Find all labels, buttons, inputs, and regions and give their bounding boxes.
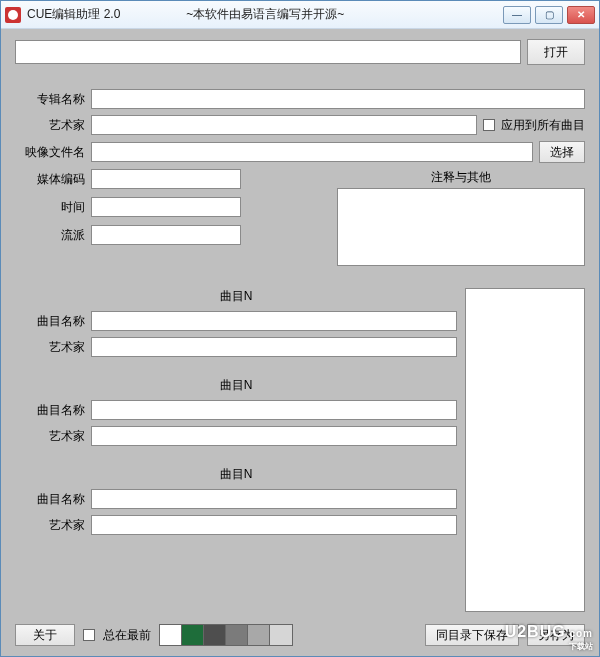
swatch[interactable] <box>204 625 226 645</box>
about-button[interactable]: 关于 <box>15 624 75 646</box>
notes-textarea[interactable] <box>337 188 585 266</box>
media-enc-label: 媒体编码 <box>15 171 85 188</box>
app-window: CUE编辑助理 2.0 ~本软件由易语言编写并开源~ — ▢ ✕ 打开 专辑名称… <box>0 0 600 657</box>
track-block: 曲目N 曲目名称 艺术家 <box>15 288 457 357</box>
genre-input[interactable] <box>91 225 241 245</box>
track-name-label: 曲目名称 <box>15 491 85 508</box>
notes-label: 注释与其他 <box>337 169 585 186</box>
app-icon <box>5 7 21 23</box>
track-header: 曲目N <box>15 466 457 483</box>
always-on-top-checkbox[interactable] <box>83 629 95 641</box>
save-same-dir-button[interactable]: 同目录下保存 <box>425 624 519 646</box>
time-label: 时间 <box>15 199 85 216</box>
artist-label: 艺术家 <box>15 117 85 134</box>
minimize-button[interactable]: — <box>503 6 531 24</box>
image-file-row: 映像文件名 选择 <box>15 141 585 163</box>
track-artist-input[interactable] <box>91 337 457 357</box>
bottom-bar: 关于 总在最前 同目录下保存 另存为 <box>15 618 585 648</box>
track-name-input[interactable] <box>91 489 457 509</box>
genre-label: 流派 <box>15 227 85 244</box>
track-name-label: 曲目名称 <box>15 402 85 419</box>
swatch[interactable] <box>270 625 292 645</box>
window-subtitle: ~本软件由易语言编写并开源~ <box>186 6 344 23</box>
window-title: CUE编辑助理 2.0 <box>27 6 120 23</box>
track-name-label: 曲目名称 <box>15 313 85 330</box>
swatch[interactable] <box>226 625 248 645</box>
file-path-input[interactable] <box>15 40 521 64</box>
track-header: 曲目N <box>15 377 457 394</box>
open-row: 打开 <box>15 39 585 65</box>
track-block: 曲目N 曲目名称 艺术家 <box>15 377 457 446</box>
always-on-top-label: 总在最前 <box>103 627 151 644</box>
apply-all-label: 应用到所有曲目 <box>501 117 585 134</box>
album-row: 专辑名称 <box>15 89 585 109</box>
swatch[interactable] <box>248 625 270 645</box>
image-file-input[interactable] <box>91 142 533 162</box>
track-artist-input[interactable] <box>91 515 457 535</box>
time-input[interactable] <box>91 197 241 217</box>
media-enc-input[interactable] <box>91 169 241 189</box>
track-name-input[interactable] <box>91 311 457 331</box>
album-name-input[interactable] <box>91 89 585 109</box>
open-button[interactable]: 打开 <box>527 39 585 65</box>
track-artist-label: 艺术家 <box>15 428 85 445</box>
track-artist-input[interactable] <box>91 426 457 446</box>
track-name-input[interactable] <box>91 400 457 420</box>
close-button[interactable]: ✕ <box>567 6 595 24</box>
titlebar: CUE编辑助理 2.0 ~本软件由易语言编写并开源~ — ▢ ✕ <box>1 1 599 29</box>
track-block: 曲目N 曲目名称 艺术家 <box>15 466 457 535</box>
maximize-button[interactable]: ▢ <box>535 6 563 24</box>
client-area: 打开 专辑名称 艺术家 应用到所有曲目 映像文件名 选择 媒体编码 <box>1 29 599 656</box>
color-swatches <box>159 624 293 646</box>
image-file-label: 映像文件名 <box>15 144 85 161</box>
track-header: 曲目N <box>15 288 457 305</box>
save-as-button[interactable]: 另存为 <box>527 624 585 646</box>
track-listbox[interactable] <box>465 288 585 612</box>
track-artist-label: 艺术家 <box>15 517 85 534</box>
swatch[interactable] <box>182 625 204 645</box>
meta-area: 媒体编码 时间 流派 注释与其他 <box>15 169 585 266</box>
apply-all-checkbox[interactable] <box>483 119 495 131</box>
tracks-list: 曲目N 曲目名称 艺术家 曲目N 曲目名称 <box>15 288 457 612</box>
artist-row: 艺术家 应用到所有曲目 <box>15 115 585 135</box>
select-button[interactable]: 选择 <box>539 141 585 163</box>
swatch[interactable] <box>160 625 182 645</box>
window-controls: — ▢ ✕ <box>503 6 595 24</box>
tracks-area: 曲目N 曲目名称 艺术家 曲目N 曲目名称 <box>15 288 585 612</box>
album-name-label: 专辑名称 <box>15 91 85 108</box>
artist-input[interactable] <box>91 115 477 135</box>
track-artist-label: 艺术家 <box>15 339 85 356</box>
